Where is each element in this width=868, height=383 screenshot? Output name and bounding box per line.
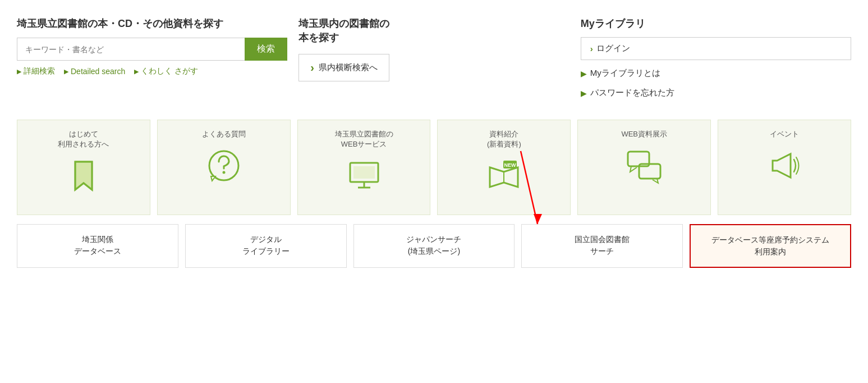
bottom-link-saitama-db-label: 埼玉関係データベース xyxy=(74,235,121,256)
my-library-links: ▶ Myライブラリとは ▶ パスワードを忘れた方 xyxy=(581,66,851,101)
bottom-link-ndl-search[interactable]: 国立国会図書館サーチ xyxy=(521,224,683,268)
icon-card-event-label: イベント xyxy=(770,129,799,139)
main-search-panel: 埼玉県立図書館の本・CD・その他資料を探す 検索 詳細検索 Detailed s… xyxy=(17,11,287,106)
icon-card-faq-label: よくある質問 xyxy=(202,129,246,139)
bottom-link-digital-library-label: デジタルライブラリー xyxy=(242,235,290,256)
search-links: 詳細検索 Detailed search くわしく さがす xyxy=(17,66,287,76)
icon-card-web-service-label: 埼玉県立図書館のWEBサービス xyxy=(335,129,393,149)
chat-icon xyxy=(624,146,664,185)
icon-card-beginner[interactable]: はじめて利用される方へ xyxy=(17,120,150,215)
main-search-title: 埼玉県立図書館の本・CD・その他資料を探す xyxy=(17,17,287,31)
my-library-title: Myライブラリ xyxy=(581,17,851,30)
search-button[interactable]: 検索 xyxy=(245,38,287,61)
bottom-links: 埼玉関係データベース デジタルライブラリー ジャパンサーチ(埼玉県ページ) 国立… xyxy=(17,224,851,268)
detailed-search-en-link[interactable]: Detailed search xyxy=(64,66,125,76)
my-library-about-label: Myライブラリとは xyxy=(590,68,660,79)
icon-card-web-exhibition-label: WEB資料展示 xyxy=(621,129,667,139)
bookmark-icon xyxy=(64,156,103,195)
my-library-about-link[interactable]: ▶ Myライブラリとは xyxy=(581,66,851,81)
bottom-link-japan-search[interactable]: ジャパンサーチ(埼玉県ページ) xyxy=(353,224,515,268)
search-input-row: 検索 xyxy=(17,38,287,61)
icon-card-new-materials-label: 資料紹介(新着資料) xyxy=(487,129,521,149)
my-library-panel: Myライブラリ › ログイン ▶ Myライブラリとは ▶ パスワードを忘れた方 xyxy=(581,11,851,106)
svg-point-1 xyxy=(222,171,225,174)
icon-card-web-service[interactable]: 埼玉県立図書館のWEBサービス xyxy=(297,120,431,215)
icon-card-faq[interactable]: よくある質問 xyxy=(157,120,291,215)
question-icon xyxy=(204,146,244,185)
icon-card-beginner-label: はじめて利用される方へ xyxy=(58,129,109,149)
detailed-search-easy-link[interactable]: くわしく さがす xyxy=(134,66,198,76)
login-box[interactable]: › ログイン xyxy=(581,37,851,60)
library-search-title: 埼玉県内の図書館の本を探す xyxy=(298,17,569,45)
icon-card-new-materials[interactable]: 資料紹介(新着資料) NEW xyxy=(437,120,571,215)
svg-marker-14 xyxy=(534,214,542,224)
monitor-icon xyxy=(345,156,384,195)
prefecture-search-button[interactable]: 県内横断検索へ xyxy=(298,54,389,81)
library-search-panel: 埼玉県内の図書館の本を探す 県内横断検索へ xyxy=(298,11,569,106)
megaphone-icon xyxy=(765,146,804,185)
svg-rect-3 xyxy=(353,166,375,179)
forgot-password-arrow-icon: ▶ xyxy=(581,89,587,98)
bottom-link-ndl-search-label: 国立国会図書館サーチ xyxy=(575,235,630,256)
bottom-link-saitama-db[interactable]: 埼玉関係データベース xyxy=(17,224,178,268)
login-arrow-icon: › xyxy=(590,44,593,53)
icon-grid: はじめて利用される方へ よくある質問 埼玉県立図書館のWEBサービス xyxy=(17,120,851,215)
bottom-link-database-reservation-label: データベース等座席予約システム利用案内 xyxy=(711,235,829,256)
login-label: ログイン xyxy=(596,43,630,54)
bottom-link-database-reservation[interactable]: データベース等座席予約システム利用案内 xyxy=(690,224,851,268)
book-new-icon: NEW xyxy=(484,156,523,195)
icon-card-event[interactable]: イベント xyxy=(718,120,851,215)
svg-text:NEW: NEW xyxy=(504,162,517,168)
search-input[interactable] xyxy=(17,38,245,61)
forgot-password-link[interactable]: ▶ パスワードを忘れた方 xyxy=(581,85,851,101)
bottom-link-japan-search-label: ジャパンサーチ(埼玉県ページ) xyxy=(406,235,461,256)
detailed-search-jp-link[interactable]: 詳細検索 xyxy=(17,66,55,76)
bottom-link-digital-library[interactable]: デジタルライブラリー xyxy=(185,224,347,268)
forgot-password-label: パスワードを忘れた方 xyxy=(590,88,674,98)
bottom-section: 埼玉関係データベース デジタルライブラリー ジャパンサーチ(埼玉県ページ) 国立… xyxy=(17,224,851,268)
my-library-arrow-icon: ▶ xyxy=(581,69,587,78)
icon-card-web-exhibition[interactable]: WEB資料展示 xyxy=(577,120,711,215)
